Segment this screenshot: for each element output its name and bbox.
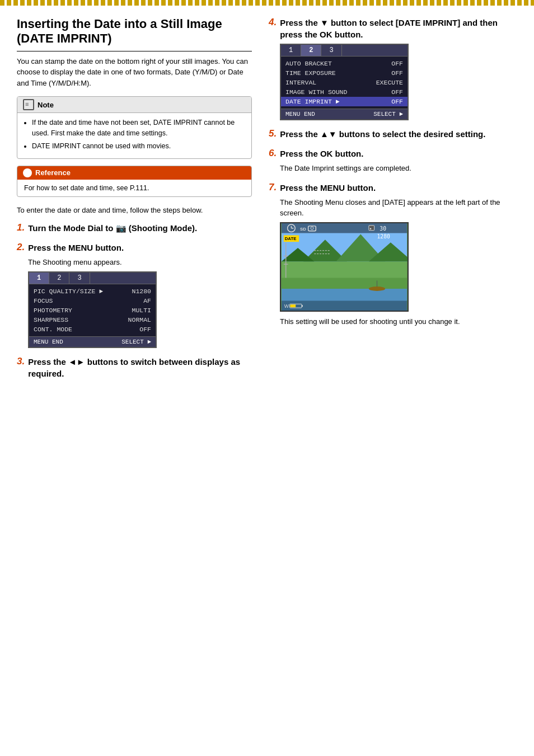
step-6-body: The Date Imprint settings are completed. xyxy=(269,163,504,174)
intro-text: You can stamp the date on the bottom rig… xyxy=(17,56,252,89)
svg-rect-31 xyxy=(290,304,296,307)
step-5-number: 5. xyxy=(269,128,277,139)
steps-intro: To enter the date or date and time, foll… xyxy=(17,205,252,216)
menu-row-2-3-label: INTERVAL xyxy=(285,79,316,86)
menu-tab-2-1: 1 xyxy=(281,45,301,56)
svg-text:1280: 1280 xyxy=(377,233,391,240)
step-6-number: 6. xyxy=(269,148,277,159)
step-6: 6. Press the OK button. The Date Imprint… xyxy=(269,148,504,174)
step-3-text: Press the ◄► buttons to switch between d… xyxy=(28,356,252,379)
step-1: 1. Turn the Mode Dial to 📷 (Shooting Mod… xyxy=(17,222,252,234)
page-title: Inserting the Date into a Still Image (D… xyxy=(17,17,252,51)
menu-rows-2: AUTO BRACKET OFF TIME EXPOSURE OFF INTER… xyxy=(281,57,407,109)
menu-row-2-4: IMAGE WITH SOUND OFF xyxy=(281,87,407,97)
step-2: 2. Press the MENU button. The Shooting m… xyxy=(17,242,252,348)
menu-row-1-4-value: NORMAL xyxy=(128,316,151,323)
menu-row-1-2-value: AF xyxy=(143,297,151,304)
menu-row-1-3: PHOTOMETRY MULTI xyxy=(29,306,156,315)
svg-rect-28 xyxy=(282,300,407,311)
final-note: This setting will be used for shooting u… xyxy=(269,316,504,327)
menu-footer-2-right: SELECT ► xyxy=(373,111,403,118)
step-2-text: Press the MENU button. xyxy=(28,242,124,253)
step-7-text: Press the MENU button. xyxy=(280,182,376,194)
menu-footer-1-right: SELECT ► xyxy=(121,339,151,345)
note-item-2: DATE IMPRINT cannot be used with movies. xyxy=(32,141,245,152)
step-1-heading: 1. Turn the Mode Dial to 📷 (Shooting Mod… xyxy=(17,222,252,234)
note-item-1: If the date and time have not been set, … xyxy=(32,118,245,139)
svg-text:W: W xyxy=(284,303,289,309)
note-title: Note xyxy=(38,101,54,109)
menu-tab-2-3: 3 xyxy=(321,45,341,56)
reference-icon xyxy=(23,168,32,177)
menu-row-2-5: DATE IMPRINT ► OFF xyxy=(281,97,407,106)
step-3-heading: 3. Press the ◄► buttons to switch betwee… xyxy=(17,356,252,379)
menu-tab-1-2: 2 xyxy=(49,273,69,284)
menu-row-1-5-value: OFF xyxy=(139,326,151,333)
step-7: 7. Press the MENU button. The Shooting M… xyxy=(269,182,504,327)
step-5: 5. Press the ▲▼ buttons to select the de… xyxy=(269,128,504,140)
step-4: 4. Press the ▼ button to select [DATE IM… xyxy=(269,17,504,120)
step-4-number: 4. xyxy=(269,17,277,28)
svg-text:SD: SD xyxy=(300,226,306,231)
menu-footer-1: MENU END SELECT ► xyxy=(29,336,156,347)
menu-row-2-2-label: TIME EXPOSURE xyxy=(285,69,336,77)
menu-row-2-5-value: OFF xyxy=(391,98,403,105)
svg-point-8 xyxy=(369,287,385,291)
step-2-body: The Shooting menu appears. xyxy=(17,257,252,268)
step-5-heading: 5. Press the ▲▼ buttons to select the de… xyxy=(269,128,504,140)
note-box: Note If the date and time have not been … xyxy=(17,96,252,158)
top-border xyxy=(0,0,534,6)
step-7-body: The Shooting Menu closes and [DATE] appe… xyxy=(269,197,504,219)
menu-tab-1-3: 3 xyxy=(69,273,90,284)
svg-rect-7 xyxy=(282,278,407,289)
menu-row-2-4-label: IMAGE WITH SOUND xyxy=(285,88,347,96)
svg-rect-32 xyxy=(302,305,303,307)
step-1-text: Turn the Mode Dial to 📷 (Shooting Mode). xyxy=(28,222,197,234)
reference-body: For how to set date and time, see P.111. xyxy=(17,180,251,196)
note-header: Note xyxy=(17,97,251,113)
step-5-text: Press the ▲▼ buttons to select the desir… xyxy=(280,128,485,140)
menu-row-2-1-label: AUTO BRACKET xyxy=(285,60,332,67)
menu-rows-1: PIC QUALITY/SIZE ► N1280 FOCUS AF PHOTOM… xyxy=(29,284,156,336)
note-icon xyxy=(23,99,34,110)
reference-title: Reference xyxy=(35,168,71,177)
menu-row-1-3-value: MULTI xyxy=(132,307,151,314)
menu-tab-1-1: 1 xyxy=(29,273,49,284)
step-1-number: 1. xyxy=(17,222,25,233)
step-2-number: 2. xyxy=(17,242,25,253)
menu-row-1-2: FOCUS AF xyxy=(29,296,156,306)
reference-box: Reference For how to set date and time, … xyxy=(17,166,252,197)
svg-text:■: ■ xyxy=(370,227,372,229)
svg-text:30: 30 xyxy=(380,225,386,231)
menu-row-2-1-value: OFF xyxy=(391,60,403,67)
menu-row-2-2-value: OFF xyxy=(391,69,403,77)
menu-row-1-3-label: PHOTOMETRY xyxy=(34,307,72,314)
menu-row-2-3: INTERVAL EXECUTE xyxy=(281,78,407,87)
step-7-heading: 7. Press the MENU button. xyxy=(269,182,504,194)
reference-header: Reference xyxy=(17,166,251,180)
menu-row-1-2-label: FOCUS xyxy=(34,297,53,304)
step-2-heading: 2. Press the MENU button. xyxy=(17,242,252,253)
step-3-number: 3. xyxy=(17,356,25,367)
menu-row-2-1: AUTO BRACKET OFF xyxy=(281,59,407,68)
menu-row-1-1-value: N1280 xyxy=(132,288,151,295)
menu-row-2-5-label: DATE IMPRINT ► xyxy=(285,98,340,105)
camera-screen: SD 30 ■ 1280 DATE xyxy=(280,222,409,312)
menu-row-1-1-label: PIC QUALITY/SIZE ► xyxy=(34,288,103,295)
menu-row-1-4: SHARPNESS NORMAL xyxy=(29,315,156,325)
menu-footer-1-left: MENU END xyxy=(34,339,63,345)
step-6-text: Press the OK button. xyxy=(280,148,363,159)
menu-screenshot-2: 1 2 3 AUTO BRACKET OFF TIME EXPOSURE OFF… xyxy=(280,44,409,120)
svg-text:DATE: DATE xyxy=(285,236,297,241)
menu-tabs-1: 1 2 3 xyxy=(29,273,156,284)
step-7-number: 7. xyxy=(269,182,277,193)
menu-row-1-1: PIC QUALITY/SIZE ► N1280 xyxy=(29,287,156,296)
menu-tabs-2: 1 2 3 xyxy=(281,45,407,57)
menu-row-1-4-label: SHARPNESS xyxy=(34,316,68,323)
menu-tab-2-2: 2 xyxy=(301,45,321,56)
step-6-heading: 6. Press the OK button. xyxy=(269,148,504,159)
step-4-heading: 4. Press the ▼ button to select [DATE IM… xyxy=(269,17,504,40)
menu-footer-2: MENU END SELECT ► xyxy=(281,109,407,119)
menu-row-2-2: TIME EXPOSURE OFF xyxy=(281,68,407,78)
menu-row-2-3-value: EXECUTE xyxy=(376,79,403,86)
